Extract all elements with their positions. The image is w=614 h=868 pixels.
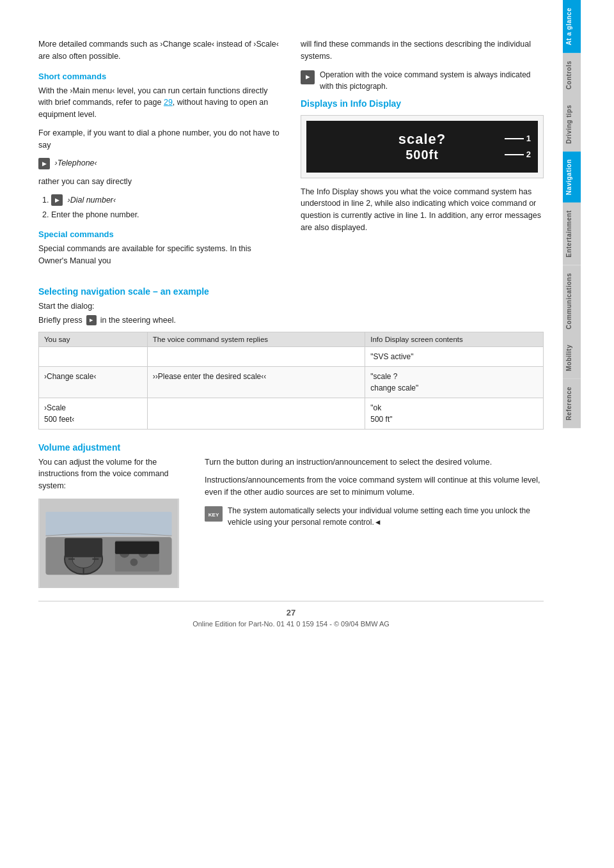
volume-text-right1: Turn the button during an instruction/an… (205, 456, 544, 469)
short-commands-steps: ▶ ›Dial number‹ Enter the phone number. (51, 194, 281, 221)
table-row: ›Scale500 feet‹ "ok500 ft" (39, 398, 544, 429)
line1-bar (505, 138, 524, 139)
row1-reply (147, 346, 365, 366)
sidebar-label-communications: Communications (565, 273, 572, 329)
volume-section: Volume adjustment You can adjust the vol… (38, 442, 544, 588)
left-intro: More detailed commands such as ›Change s… (38, 38, 281, 274)
svg-rect-8 (65, 538, 102, 557)
command-table: You say The voice command system replies… (38, 332, 544, 430)
sidebar-tab-reference[interactable]: Reference (563, 379, 581, 428)
sidebar-label-navigation: Navigation (565, 159, 572, 195)
voice-note: ▶ Operation with the voice command syste… (301, 69, 544, 92)
volume-text-left: You can adjust the volume for the instru… (38, 456, 185, 492)
telephone-cmd: ›Telephone‹ (54, 159, 97, 167)
car-image (38, 499, 179, 588)
intro-text: More detailed commands such as ›Change s… (38, 38, 281, 63)
step1-text: ›Dial number‹ (67, 196, 116, 205)
row2-reply: ››Please enter the desired scale‹‹ (147, 366, 365, 398)
info-display-desc: The Info Display shows you what the voic… (301, 186, 544, 234)
col-header-display: Info Display screen contents (365, 332, 544, 346)
telephone-cmd-line: ▶ ›Telephone‹ (38, 157, 281, 169)
row1-say (39, 346, 148, 366)
right-text1: will find these commands in the sections… (301, 38, 544, 63)
voice-pictograph-icon: ▶ (301, 70, 315, 84)
press-voice-icon: ▶ (86, 315, 97, 325)
volume-heading: Volume adjustment (38, 442, 544, 453)
volume-note: KEY The system automatically selects you… (205, 505, 544, 528)
short-commands-heading: Short commands (38, 72, 281, 81)
col-header-reply: The voice command system replies (147, 332, 365, 346)
voice-note-text: Operation with the voice command system … (320, 69, 544, 92)
line-indicators: 1 2 (505, 134, 531, 159)
sidebar-tab-communications[interactable]: Communications (563, 265, 581, 337)
table-row: ›Change scale‹ ››Please enter the desire… (39, 366, 544, 398)
briefly-press-text: Briefly press (38, 316, 83, 325)
special-commands-heading: Special commands (38, 229, 281, 239)
svg-point-12 (130, 558, 138, 566)
display-line1: scale? (319, 131, 525, 148)
svg-rect-14 (45, 511, 171, 535)
short-commands-para2: For example, if you want to dial a phone… (38, 127, 281, 151)
displays-heading: Displays in Info Display (301, 98, 544, 109)
special-commands-text: Special commands are available for speci… (38, 243, 281, 267)
press-instruction: Briefly press ▶ in the steering wheel. (38, 315, 544, 325)
row2-say: ›Change scale‹ (39, 366, 148, 398)
row1-display: "SVS active" (365, 346, 544, 366)
nav-heading: Selecting navigation scale – an example (38, 286, 544, 297)
sidebar-tab-navigation[interactable]: Navigation (563, 151, 581, 203)
sidebar-label-at-glance: At a glance (565, 8, 572, 45)
volume-left: You can adjust the volume for the instru… (38, 456, 185, 588)
row3-display: "ok500 ft" (365, 398, 544, 429)
page-container: More detailed commands such as ›Change s… (0, 0, 614, 868)
sidebar-tab-at-glance[interactable]: At a glance (563, 0, 581, 53)
intro-section: More detailed commands such as ›Change s… (38, 38, 544, 274)
volume-note-text: The system automatically selects your in… (228, 505, 544, 528)
sidebar-label-driving: Driving tips (565, 105, 572, 144)
row3-reply (147, 398, 365, 429)
svg-text:KEY: KEY (209, 512, 219, 518)
nav-section: Selecting navigation scale – an example … (38, 286, 544, 430)
col-header-say: You say (39, 332, 148, 346)
key-icon: KEY (205, 506, 223, 522)
main-content: More detailed commands such as ›Change s… (0, 0, 563, 868)
volume-text-right2: Instructions/announcements from the voic… (205, 474, 544, 499)
volume-two-col: You can adjust the volume for the instru… (38, 456, 544, 588)
car-illustration (39, 499, 178, 587)
table-row: "SVS active" (39, 346, 544, 366)
display-line2: 500ft (319, 148, 525, 162)
step-1: ▶ ›Dial number‹ (51, 194, 281, 206)
line1-text: scale? (398, 131, 446, 147)
short-commands-para1: With the ›Main menu‹ level, you can run … (38, 85, 281, 121)
page-link[interactable]: 29 (164, 98, 173, 107)
step2-text: Enter the phone number. (51, 210, 139, 219)
info-display-screen: scale? 500ft 1 2 (306, 121, 538, 173)
row2-display: "scale ?change scale" (365, 366, 544, 398)
line1-num: 1 (526, 134, 531, 143)
sidebar-tab-controls[interactable]: Controls (563, 53, 581, 97)
voice-icon-telephone: ▶ (38, 158, 50, 169)
svg-rect-13 (115, 541, 159, 554)
sidebar-label-entertainment: Entertainment (565, 210, 572, 258)
line2-text: 500ft (405, 148, 439, 162)
sidebar: At a glance Controls Driving tips Naviga… (563, 0, 581, 868)
sidebar-tab-mobility[interactable]: Mobility (563, 337, 581, 379)
right-intro: will find these commands in the sections… (301, 38, 544, 274)
line2-bar (505, 154, 524, 155)
table-header-row: You say The voice command system replies… (39, 332, 544, 346)
page-number: 27 (38, 608, 544, 617)
rather-text: rather you can say directly (38, 176, 281, 188)
volume-note-icon: KEY (205, 506, 223, 522)
page-footer: 27 Online Edition for Part-No. 01 41 0 1… (38, 601, 544, 628)
line2-num: 2 (526, 150, 531, 159)
sidebar-label-controls: Controls (565, 61, 572, 89)
voice-icon-step1: ▶ (51, 194, 63, 206)
press-suffix: in the steering wheel. (100, 316, 176, 325)
sidebar-tab-entertainment[interactable]: Entertainment (563, 203, 581, 265)
step-2: Enter the phone number. (51, 209, 281, 221)
footer-text: Online Edition for Part-No. 01 41 0 159 … (38, 620, 544, 628)
sidebar-label-mobility: Mobility (565, 345, 572, 371)
sidebar-tab-driving[interactable]: Driving tips (563, 97, 581, 151)
info-display-box: scale? 500ft 1 2 (301, 115, 544, 178)
start-dialog: Start the dialog: (38, 300, 544, 313)
sidebar-label-reference: Reference (565, 387, 572, 421)
